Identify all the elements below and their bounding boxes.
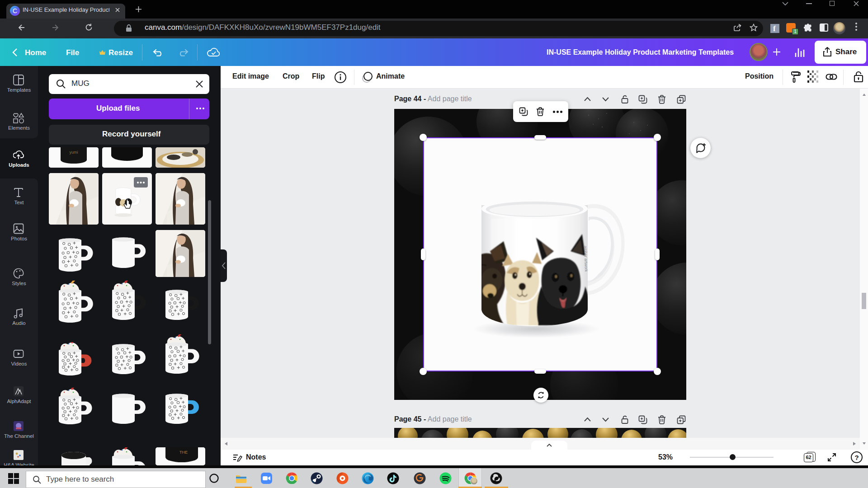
svg-text:THE: THE <box>179 450 188 455</box>
svg-text:yumi: yumi <box>69 150 78 155</box>
svg-text:C: C <box>13 7 17 14</box>
